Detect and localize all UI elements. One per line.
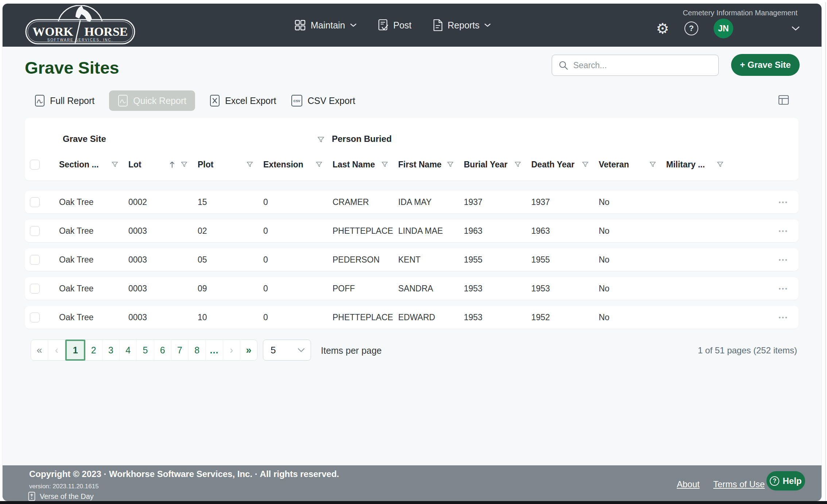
filter-icon[interactable] — [716, 160, 724, 168]
row-checkbox[interactable] — [30, 313, 40, 322]
bible-icon — [28, 492, 35, 501]
menu-post-label: Post — [393, 20, 412, 31]
filter-icon[interactable] — [315, 160, 323, 168]
row-checkbox[interactable] — [30, 197, 40, 207]
row-more-options-icon[interactable]: ••• — [779, 314, 788, 321]
table-row[interactable]: Oak Tree 0003 05 0 PEDERSON KENT 1955 19… — [25, 248, 799, 271]
page-button-7[interactable]: 7 — [171, 340, 189, 360]
row-more-options-icon[interactable]: ••• — [779, 257, 788, 263]
cell-last-name: PEDERSON — [327, 255, 393, 265]
workhorse-logo[interactable]: WORK HORSE SOFTWARE SERVICES, INC. — [24, 5, 137, 46]
help-button[interactable]: ? Help — [766, 471, 805, 491]
items-per-page-select[interactable]: 5 — [263, 340, 311, 361]
filter-icon[interactable] — [514, 160, 522, 168]
cell-last-name: POFF — [327, 284, 393, 294]
quick-report-button[interactable]: Quick Report — [109, 90, 195, 111]
cell-plot: 02 — [193, 226, 258, 236]
add-grave-site-button[interactable]: + Grave Site — [731, 54, 800, 76]
user-menu-chevron-icon[interactable] — [792, 26, 800, 31]
menu-maintain[interactable]: Maintain — [294, 19, 357, 31]
version-text: version: 2023.11.20.1615 — [29, 483, 99, 490]
row-checkbox[interactable] — [30, 255, 40, 265]
cell-section: Oak Tree — [54, 226, 123, 236]
filter-icon[interactable] — [111, 160, 119, 168]
row-more-options-icon[interactable]: ••• — [779, 286, 788, 292]
full-report-label: Full Report — [50, 96, 94, 106]
about-link[interactable]: About — [677, 479, 700, 489]
page-button-8[interactable]: 8 — [189, 340, 206, 360]
terms-of-use-link[interactable]: Terms of Use — [713, 479, 765, 489]
cell-extension: 0 — [258, 197, 327, 207]
filter-icon[interactable] — [246, 160, 254, 168]
more-pages-button[interactable]: ... — [206, 340, 223, 360]
header-burial-year[interactable]: Burial Year — [459, 148, 526, 181]
header-section[interactable]: Section ... — [54, 148, 123, 181]
first-page-button[interactable]: « — [31, 340, 48, 360]
settings-gear-icon[interactable]: ⚙ — [656, 21, 669, 36]
header-veteran[interactable]: Veteran — [594, 148, 661, 181]
page-button-6[interactable]: 6 — [154, 340, 171, 360]
header-death-year[interactable]: Death Year — [526, 148, 594, 181]
top-navbar: WORK HORSE SOFTWARE SERVICES, INC. Maint… — [3, 4, 822, 47]
group-grave-site: Grave Site — [63, 134, 106, 144]
workhorse-logo-image: WORK HORSE SOFTWARE SERVICES, INC. — [24, 5, 137, 46]
menu-reports[interactable]: Reports — [433, 19, 491, 31]
header-military[interactable]: Military ... — [661, 148, 729, 181]
header-extension[interactable]: Extension — [258, 148, 327, 181]
last-page-button[interactable]: » — [240, 340, 257, 360]
cell-first-name: IDA MAY — [393, 197, 459, 207]
csv-icon: CSV — [291, 94, 303, 107]
brand-word1: WORK — [32, 25, 73, 38]
cell-plot: 10 — [193, 313, 258, 322]
page-button-4[interactable]: 4 — [120, 340, 137, 360]
header-last-name[interactable]: Last Name — [327, 148, 393, 181]
header-plot[interactable]: Plot — [193, 148, 258, 181]
filter-icon[interactable] — [317, 135, 325, 144]
column-chooser-button[interactable] — [778, 94, 789, 107]
sort-ascending-icon — [168, 160, 176, 168]
header-lot[interactable]: Lot — [123, 148, 193, 181]
verse-of-the-day-link[interactable]: Verse of the Day — [28, 492, 94, 501]
header-first-name[interactable]: First Name — [393, 148, 459, 181]
excel-export-button[interactable]: Excel Export — [210, 94, 276, 107]
row-checkbox[interactable] — [30, 226, 40, 236]
csv-export-button[interactable]: CSV CSV Export — [291, 94, 356, 107]
filter-icon[interactable] — [180, 160, 188, 168]
cell-first-name: SANDRA — [393, 284, 459, 294]
next-page-button[interactable]: › — [223, 340, 240, 360]
filter-icon[interactable] — [581, 160, 589, 168]
page-button-2[interactable]: 2 — [85, 340, 102, 360]
group-person-buried: Person Buried — [332, 134, 392, 144]
pager-summary: 1 of 51 pages (252 items) — [698, 345, 797, 356]
user-avatar[interactable]: JN — [714, 19, 733, 38]
menu-post[interactable]: Post — [378, 19, 412, 31]
table-row[interactable]: Oak Tree 0002 15 0 CRAMER IDA MAY 1937 1… — [25, 191, 799, 213]
page-button-1[interactable]: 1 — [65, 340, 85, 361]
pdf-icon — [35, 94, 45, 107]
table-row[interactable]: Oak Tree 0003 10 0 PHETTEPLACE EDWARD 19… — [25, 306, 799, 329]
page-button-5[interactable]: 5 — [137, 340, 154, 360]
full-report-button[interactable]: Full Report — [35, 94, 94, 107]
help-button-label: Help — [783, 476, 801, 486]
row-more-options-icon[interactable]: ••• — [779, 199, 788, 205]
filter-icon[interactable] — [381, 160, 389, 168]
cell-burial-year: 1953 — [459, 313, 526, 322]
select-all-checkbox[interactable] — [30, 160, 40, 170]
cell-burial-year: 1937 — [459, 197, 526, 207]
header-actions — [729, 148, 799, 181]
row-more-options-icon[interactable]: ••• — [779, 228, 788, 234]
filter-icon[interactable] — [649, 160, 657, 168]
table-row[interactable]: Oak Tree 0003 09 0 POFF SANDRA 1953 1953… — [25, 277, 799, 300]
previous-page-button[interactable]: ‹ — [48, 340, 65, 360]
help-icon[interactable]: ? — [684, 22, 698, 35]
filter-icon[interactable] — [446, 160, 454, 168]
pager: « ‹ 1 2 3 4 5 6 7 8 ... › » — [31, 340, 257, 361]
search-input[interactable] — [573, 61, 718, 70]
row-checkbox[interactable] — [30, 284, 40, 294]
items-per-page-value: 5 — [271, 345, 276, 356]
menu-reports-label: Reports — [448, 20, 480, 31]
chevron-down-icon — [298, 348, 305, 352]
table-row[interactable]: Oak Tree 0003 02 0 PHETTEPLACE LINDA MAE… — [25, 220, 799, 242]
page-button-3[interactable]: 3 — [102, 340, 120, 360]
cell-veteran: No — [594, 226, 661, 236]
